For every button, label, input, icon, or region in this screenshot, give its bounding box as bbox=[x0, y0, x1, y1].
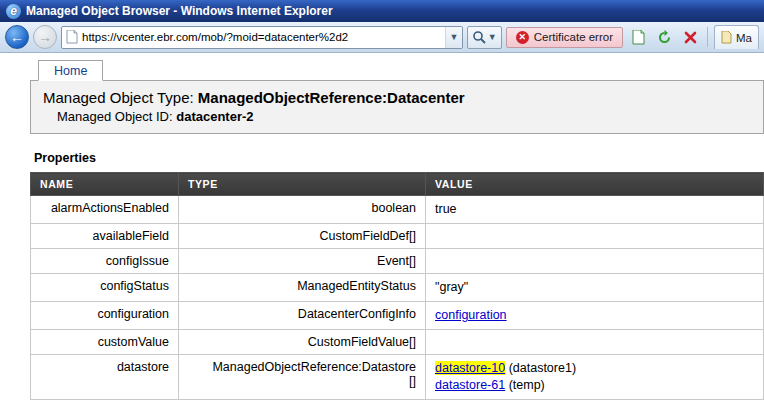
value-line: datastore-10 (datastore1) bbox=[435, 360, 754, 377]
address-dropdown-button[interactable]: ▼ bbox=[445, 27, 462, 48]
table-row: availableFieldCustomFieldDef[] bbox=[31, 224, 764, 249]
value-text: true bbox=[435, 202, 457, 216]
properties-heading: Properties bbox=[34, 151, 764, 165]
table-row: datastoreManagedObjectReference:Datastor… bbox=[31, 355, 764, 400]
managed-object-id-value: datacenter-2 bbox=[176, 109, 253, 124]
managed-object-header-panel: Managed Object Type: ManagedObjectRefere… bbox=[30, 80, 764, 134]
search-button[interactable]: ▼ bbox=[467, 26, 502, 49]
column-header-name: NAME bbox=[31, 173, 179, 196]
property-name-cell: configuration bbox=[31, 302, 179, 330]
properties-table: NAME TYPE VALUE alarmActionsEnabledboole… bbox=[30, 172, 764, 400]
tab-label: Ma bbox=[736, 32, 752, 44]
stop-button[interactable] bbox=[679, 26, 701, 48]
property-value-cell bbox=[426, 224, 764, 249]
forward-button[interactable]: → bbox=[33, 25, 57, 49]
column-header-type: TYPE bbox=[179, 173, 426, 196]
page-button[interactable] bbox=[627, 26, 649, 48]
property-value-cell: "gray" bbox=[426, 274, 764, 302]
properties-table-header: NAME TYPE VALUE bbox=[31, 173, 764, 196]
property-type-cell: Event[] bbox=[179, 249, 426, 274]
table-row: configurationDatacenterConfigInfoconfigu… bbox=[31, 302, 764, 330]
managed-object-type-line: Managed Object Type: ManagedObjectRefere… bbox=[43, 89, 751, 106]
chevron-down-icon: ▼ bbox=[449, 32, 458, 42]
table-row: configStatusManagedEntityStatus"gray" bbox=[31, 274, 764, 302]
property-name-cell: datastore bbox=[31, 355, 179, 400]
address-input[interactable]: https://vcenter.ebr.com/mob/?moid=datace… bbox=[82, 31, 445, 43]
property-type-cell: ManagedObjectReference:Datastore[] bbox=[179, 355, 426, 400]
browser-tab[interactable]: Ma bbox=[714, 25, 759, 49]
forward-arrow-icon: → bbox=[38, 29, 52, 45]
property-value-cell: true bbox=[426, 196, 764, 224]
certificate-error-icon: ✕ bbox=[516, 31, 529, 44]
property-value-cell bbox=[426, 330, 764, 355]
browser-toolbar: ← → https://vcenter.ebr.com/mob/?moid=da… bbox=[0, 22, 764, 53]
table-row: customValueCustomFieldValue[] bbox=[31, 330, 764, 355]
header-row: NAME TYPE VALUE bbox=[31, 173, 764, 196]
value-text: (temp) bbox=[505, 378, 545, 392]
table-row: alarmActionsEnabledbooleantrue bbox=[31, 196, 764, 224]
property-value-cell: datastore-10 (datastore1)datastore-61 (t… bbox=[426, 355, 764, 400]
value-line: configuration bbox=[435, 307, 754, 324]
property-name-cell: alarmActionsEnabled bbox=[31, 196, 179, 224]
value-link[interactable]: datastore-10 bbox=[435, 361, 505, 375]
property-type-cell: DatacenterConfigInfo bbox=[179, 302, 426, 330]
table-row: configIssueEvent[] bbox=[31, 249, 764, 274]
page-content: Home Managed Object Type: ManagedObjectR… bbox=[0, 53, 764, 400]
refresh-icon bbox=[657, 30, 672, 45]
property-type-cell: CustomFieldValue[] bbox=[179, 330, 426, 355]
property-name-cell: configIssue bbox=[31, 249, 179, 274]
page-favicon-icon bbox=[66, 30, 78, 44]
value-text: (datastore1) bbox=[505, 361, 576, 375]
property-value-cell: configuration bbox=[426, 302, 764, 330]
tab-favicon-icon bbox=[721, 31, 732, 44]
search-icon bbox=[472, 30, 486, 44]
managed-object-id-line: Managed Object ID: datacenter-2 bbox=[57, 109, 751, 124]
value-line: datastore-61 (temp) bbox=[435, 377, 754, 394]
managed-object-id-label: Managed Object ID: bbox=[57, 109, 176, 124]
certificate-error-label: Certificate error bbox=[534, 31, 613, 43]
tab-home[interactable]: Home bbox=[38, 60, 103, 81]
managed-object-type-label: Managed Object Type: bbox=[43, 89, 198, 106]
toolbar-separator bbox=[707, 27, 708, 47]
properties-table-body: alarmActionsEnabledbooleantrueavailableF… bbox=[31, 196, 764, 400]
property-name-cell: customValue bbox=[31, 330, 179, 355]
property-name-cell: configStatus bbox=[31, 274, 179, 302]
property-type-cell: boolean bbox=[179, 196, 426, 224]
title-bar: e Managed Object Browser - Windows Inter… bbox=[0, 0, 764, 22]
property-name-cell: availableField bbox=[31, 224, 179, 249]
property-value-cell bbox=[426, 249, 764, 274]
value-text: "gray" bbox=[435, 280, 468, 294]
window-title: Managed Object Browser - Windows Interne… bbox=[26, 4, 333, 18]
page-icon bbox=[632, 30, 645, 45]
property-type-cell: CustomFieldDef[] bbox=[179, 224, 426, 249]
chevron-down-icon: ▼ bbox=[488, 32, 497, 42]
column-header-value: VALUE bbox=[426, 173, 764, 196]
back-button[interactable]: ← bbox=[5, 25, 29, 49]
certificate-error-badge[interactable]: ✕ Certificate error bbox=[506, 27, 623, 48]
back-arrow-icon: ← bbox=[10, 29, 24, 45]
refresh-button[interactable] bbox=[653, 26, 675, 48]
value-link[interactable]: datastore-61 bbox=[435, 378, 505, 392]
property-type-cell: ManagedEntityStatus bbox=[179, 274, 426, 302]
managed-object-type-value: ManagedObjectReference:Datacenter bbox=[198, 89, 465, 106]
stop-icon bbox=[684, 31, 697, 44]
value-line: true bbox=[435, 201, 754, 218]
address-bar[interactable]: https://vcenter.ebr.com/mob/?moid=datace… bbox=[61, 26, 463, 49]
internet-explorer-icon: e bbox=[6, 4, 21, 19]
value-line: "gray" bbox=[435, 279, 754, 296]
value-link[interactable]: configuration bbox=[435, 308, 507, 322]
